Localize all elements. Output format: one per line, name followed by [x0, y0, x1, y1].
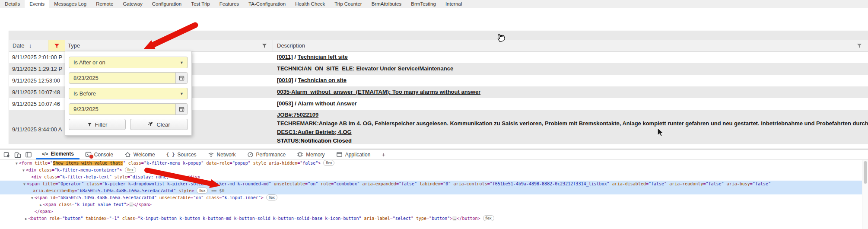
flex-badge[interactable]: flex [125, 167, 136, 173]
code-token: style [251, 161, 266, 165]
flex-badge[interactable]: flex [266, 194, 277, 200]
devtools-tab-elements[interactable]: </>Elements [36, 149, 79, 159]
desc1-link[interactable]: DESC1:Außer Betrieb; 4.OG [277, 128, 868, 137]
tab-remote[interactable]: Remote [91, 0, 118, 8]
date-column-header[interactable]: Date [13, 42, 24, 49]
tab-health-check[interactable]: Health Check [290, 0, 330, 8]
event-description-link[interactable]: 0035-Alarm without answer (ETMA/TAM): To… [277, 89, 480, 95]
tab-brmtesting[interactable]: BrmTesting [406, 0, 441, 8]
description-column-header[interactable]: Description [277, 42, 305, 49]
device-toolbar-icon[interactable] [14, 151, 21, 158]
code-token: "b8a50fc5-fd9a-4a86-b56a-5ece4ac7afbd" [77, 188, 176, 193]
dom-tree-node[interactable]: ▶<span class="k-input-value-text">…</spa… [0, 201, 868, 208]
devtools-tab-strip: </>ElementsConsoleWelcome{ }SourcesNetwo… [36, 149, 391, 159]
tab-configuration[interactable]: Configuration [147, 0, 186, 8]
code-token: "false" [706, 181, 724, 186]
description-filter-button[interactable] [857, 43, 862, 48]
first-operator-dropdown[interactable]: Is After or on ▼ [69, 57, 188, 68]
calendar-button[interactable] [175, 73, 188, 83]
expand-arrow-icon[interactable]: ▶ [40, 203, 42, 207]
tab-internal[interactable]: Internal [441, 0, 467, 8]
separator: / [293, 100, 298, 107]
more-tabs-button[interactable]: + [376, 149, 391, 159]
code-token: tabindex [83, 216, 106, 221]
dom-tree-node[interactable]: ▼<form title="Show items with value that… [0, 160, 868, 167]
event-code-link[interactable]: [0010] [277, 77, 293, 83]
tab-gateway[interactable]: Gateway [118, 0, 147, 8]
code-token: </ [184, 175, 190, 179]
dom-tree-node[interactable]: ▼<div class="k-filter-menu-container">fl… [0, 167, 868, 174]
code-token: data-role [203, 161, 229, 165]
grid-toolbar-band [9, 31, 868, 40]
tab-brmattributes[interactable]: BrmAttributes [367, 0, 407, 8]
expand-arrow-icon[interactable]: ▶ [25, 217, 27, 221]
code-token: aria-controls [451, 181, 487, 186]
devtools-tab-label: Application [345, 152, 371, 158]
event-description-link[interactable]: Alarm without Answer [298, 100, 357, 107]
expand-arrow-icon[interactable]: ▼ [23, 182, 25, 186]
event-code-link[interactable]: [0011] [277, 54, 293, 60]
event-description-link[interactable]: Technician left site [298, 54, 348, 60]
tab-messages-log[interactable]: Messages Log [49, 0, 91, 8]
sort-descending-icon[interactable]: ↓ [29, 42, 32, 49]
first-operator-value: Is After or on [69, 59, 180, 66]
code-token: > [197, 175, 200, 179]
devtools-tab-welcome[interactable]: Welcome [119, 149, 161, 159]
tab-features[interactable]: Features [215, 0, 244, 8]
type-filter-button[interactable] [262, 43, 267, 48]
event-description-link[interactable]: Technician on site [298, 77, 346, 83]
scrollbar-thumb[interactable] [864, 161, 867, 184]
devtools-tab-application[interactable]: Application [331, 149, 376, 159]
flex-badge[interactable]: flex [323, 160, 334, 166]
network-icon [208, 151, 214, 158]
event-description-link[interactable]: TECHNICIAN ON SITE ELE: Elevator Under S… [277, 65, 453, 72]
dock-panel-icon[interactable] [25, 151, 32, 158]
devtools-tab-network[interactable]: Network [202, 149, 242, 159]
devtools-scrollbar[interactable] [862, 160, 868, 229]
expand-arrow-icon[interactable]: ▼ [16, 162, 18, 165]
tab-details[interactable]: Details [0, 0, 25, 8]
event-date: 9/11/2025 2:01:00 P [12, 54, 64, 60]
expand-arrow-icon[interactable]: ▼ [31, 196, 33, 200]
devtools-toolbar: </>ElementsConsoleWelcome{ }SourcesNetwo… [0, 149, 868, 160]
devtools-tab-console[interactable]: Console [79, 149, 119, 159]
devtools-tab-memory[interactable]: Memory [291, 149, 330, 159]
chevron-down-icon[interactable]: ▼ [180, 92, 188, 96]
code-token: class [41, 175, 57, 179]
dom-tree-node[interactable]: ▶<button role="button" tabindex="-1" cla… [0, 215, 868, 222]
type-column-header[interactable]: Type [68, 42, 80, 49]
tab-test-trip[interactable]: Test Trip [186, 0, 214, 8]
filter-button[interactable]: Filter [69, 119, 126, 130]
flex-badge[interactable]: flex [197, 188, 208, 194]
devtools-tab-sources[interactable]: { }Sources [161, 149, 202, 159]
tab-ta-configuration[interactable]: TA-Configuration [244, 0, 290, 8]
calendar-button[interactable] [175, 104, 188, 114]
second-operator-dropdown[interactable]: Is Before ▼ [69, 88, 188, 99]
flex-badge[interactable]: flex [483, 215, 494, 221]
tab-events[interactable]: Events [25, 0, 49, 8]
expand-arrow-icon[interactable]: ▼ [22, 169, 25, 172]
column-divider [65, 40, 65, 51]
code-token: "button" [429, 216, 450, 221]
end-date-input[interactable]: 9/23/2025 [69, 103, 188, 115]
dom-tree-node-selected[interactable]: ▼<span title="Operator" class="k-picker … [0, 181, 868, 188]
console-icon [85, 151, 92, 158]
event-code-link[interactable]: [0053] [277, 100, 293, 107]
code-token: > [120, 168, 122, 172]
tab-trip-counter[interactable]: Trip Counter [330, 0, 367, 8]
dom-tree-node-selected[interactable]: aria-describedby="b8a50fc5-fd9a-4a86-b56… [0, 188, 868, 194]
dom-tree-node[interactable]: </span> [0, 208, 868, 215]
date-filter-button[interactable] [48, 40, 65, 51]
clear-button[interactable]: Clear [130, 119, 188, 130]
start-date-input[interactable]: 8/23/2025 [69, 72, 188, 84]
inspect-element-icon[interactable] [3, 151, 10, 158]
tech-remark-link[interactable]: TECHREMARK:Anlage AB im 4. OG, Fehlerspe… [277, 119, 868, 128]
dom-tree-node[interactable]: <div class="k-filter-help-text" style="d… [0, 174, 868, 181]
chevron-down-icon[interactable]: ▼ [180, 60, 188, 65]
code-token: span [29, 181, 40, 186]
job-number-link[interactable]: JOB#:75022109 [277, 111, 868, 119]
dom-tree-node[interactable]: ▼<span id="b8a50fc5-fd9a-4a86-b56a-5ece4… [0, 194, 868, 201]
code-token: class [126, 161, 141, 165]
devtools-tab-performance[interactable]: Performance [242, 149, 292, 159]
code-token: class [203, 195, 219, 200]
